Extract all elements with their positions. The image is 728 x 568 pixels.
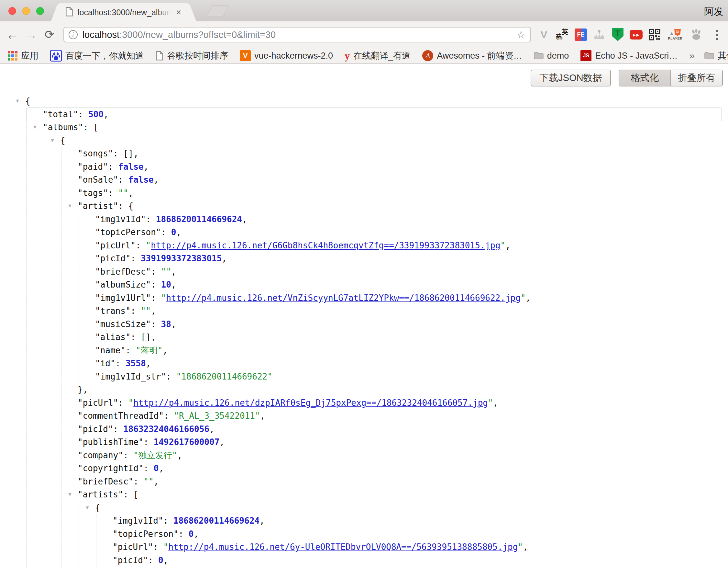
json-token: "topicPerson" bbox=[95, 227, 161, 237]
new-tab-button[interactable] bbox=[206, 5, 229, 17]
bookmark-label: 在线翻译_有道 bbox=[353, 50, 411, 61]
paw-icon[interactable] bbox=[689, 28, 702, 42]
collapse-toggle-icon[interactable]: ▼ bbox=[13, 95, 22, 108]
json-url-link[interactable]: http://p4.music.126.net/6y-UleORITEDbvrO… bbox=[168, 542, 518, 552]
json-token: , bbox=[104, 109, 109, 119]
json-line: ▼{ bbox=[79, 501, 722, 515]
fe-extension-icon[interactable]: FE bbox=[574, 28, 587, 42]
close-window-button[interactable] bbox=[8, 7, 16, 15]
json-token: "" bbox=[141, 306, 151, 316]
json-token: "tags" bbox=[78, 188, 108, 198]
page-content: 下载JSON数据 格式化 折叠所有 ▼{"total": 500,▼"album… bbox=[0, 64, 728, 568]
other-bookmarks[interactable]: 其他书签 bbox=[704, 50, 728, 61]
json-token: , bbox=[163, 555, 169, 565]
bookmark-baidu[interactable]: 百度一下，你就知道 bbox=[50, 50, 144, 61]
zoom-window-button[interactable] bbox=[36, 7, 44, 15]
json-token: : bbox=[116, 359, 126, 368]
json-token: "18686200114669622" bbox=[176, 372, 272, 382]
collapse-all-button[interactable]: 折叠所有 bbox=[671, 70, 722, 86]
extensions-area: V 英 ⇄ en FE T ►► 5 PLAYER ⋮ bbox=[537, 28, 723, 42]
bookmarks-overflow-icon[interactable]: » bbox=[689, 50, 695, 61]
json-token: "蒋明" bbox=[136, 346, 162, 355]
json-token: "" bbox=[144, 477, 154, 486]
json-url-link[interactable]: http://p4.music.126.net/VnZiScyynLG7atLI… bbox=[166, 293, 521, 303]
json-token: 1492617600007 bbox=[154, 437, 220, 447]
json-token: "img1v1Id_str" bbox=[95, 372, 166, 382]
json-line: "picUrl": "http://p4.music.126.net/dzpIA… bbox=[61, 396, 722, 410]
bookmark-google-sort[interactable]: 谷歌按时间排序 bbox=[156, 50, 228, 61]
json-token: "picId" bbox=[78, 424, 113, 434]
profile-name[interactable]: 阿发 bbox=[704, 5, 723, 18]
json-token: "R_AL_3_35422011" bbox=[174, 411, 260, 421]
youdao-icon: y bbox=[345, 50, 350, 62]
qr-code-icon[interactable] bbox=[648, 28, 661, 42]
json-token: 500 bbox=[88, 109, 104, 119]
json-children: "songs": [],"paid": false,"onSale": fals… bbox=[61, 147, 722, 567]
json-token: " bbox=[128, 398, 134, 408]
forward-icon: → bbox=[24, 28, 38, 42]
format-button[interactable]: 格式化 bbox=[619, 70, 671, 86]
json-token: : bbox=[151, 319, 161, 329]
url-text[interactable]: localhost:3000/new_albums?offset=0&limit… bbox=[83, 29, 517, 40]
json-token: : bbox=[151, 293, 161, 303]
json-url-link[interactable]: http://p4.music.126.net/dzpIARf0sEg_Dj75… bbox=[133, 398, 488, 408]
json-token: " bbox=[488, 398, 493, 408]
bookmark-star-icon[interactable]: ☆ bbox=[516, 28, 526, 41]
json-token: : bbox=[78, 109, 88, 119]
bookmark-vue-hackernews[interactable]: V vue-hackernews-2.0 bbox=[240, 50, 333, 61]
bookmark-label: Awesomes - 前端资… bbox=[437, 50, 522, 61]
json-token: false bbox=[118, 162, 143, 172]
minimize-window-button[interactable] bbox=[22, 7, 30, 15]
vue-devtools-icon[interactable]: V bbox=[537, 28, 550, 42]
json-token: "独立发行" bbox=[133, 451, 177, 460]
json-line: "img1v1Id_str": "18686200114669622" bbox=[79, 370, 722, 384]
translate-icon[interactable]: 英 ⇄ en bbox=[556, 28, 569, 42]
json-token: "id" bbox=[95, 359, 116, 368]
collapse-toggle-icon[interactable]: ▼ bbox=[31, 121, 39, 134]
json-token: 0 bbox=[154, 463, 159, 473]
json-token: { bbox=[60, 136, 65, 145]
collapse-toggle-icon[interactable]: ▼ bbox=[48, 134, 57, 147]
view-mode-segmented-control: 格式化 折叠所有 bbox=[619, 70, 723, 86]
json-token: , bbox=[177, 451, 182, 460]
json-token: : bbox=[148, 555, 158, 565]
sitemap-icon[interactable] bbox=[593, 28, 606, 42]
json-token: 18632324046166056 bbox=[123, 424, 209, 434]
html5-player-icon[interactable]: 5 PLAYER bbox=[667, 28, 684, 42]
json-token: "paid" bbox=[78, 162, 108, 172]
refresh-icon[interactable]: ⟳ bbox=[42, 28, 57, 41]
collapse-toggle-icon[interactable]: ▼ bbox=[83, 501, 92, 515]
json-token: : [ bbox=[83, 122, 98, 132]
tab-close-icon[interactable]: × bbox=[176, 8, 181, 17]
bookmark-label: 应用 bbox=[21, 50, 39, 61]
baidu-paw-icon bbox=[50, 50, 62, 61]
json-token: "commentThreadId" bbox=[78, 411, 164, 421]
json-token: "img1v1Url" bbox=[95, 293, 151, 303]
collapse-toggle-icon[interactable]: ▼ bbox=[66, 199, 74, 213]
json-token: " bbox=[161, 293, 166, 303]
bookmark-label: vue-hackernews-2.0 bbox=[254, 51, 333, 61]
browser-tab[interactable]: localhost:3000/new_albums?o × bbox=[60, 3, 187, 21]
collapse-toggle-icon[interactable]: ▼ bbox=[66, 488, 74, 501]
json-token: { bbox=[25, 96, 30, 106]
json-token: "img1v1Id" bbox=[113, 516, 163, 526]
tampermonkey-icon[interactable]: T bbox=[611, 28, 624, 42]
bookmark-awesomes[interactable]: A Awesomes - 前端资… bbox=[422, 50, 522, 61]
bookmark-apps[interactable]: 应用 bbox=[8, 50, 39, 61]
json-url-link[interactable]: http://p4.music.126.net/G6Gb8hsCk4h8oemc… bbox=[151, 240, 500, 250]
address-bar[interactable]: i localhost:3000/new_albums?offset=0&lim… bbox=[63, 27, 531, 42]
site-info-icon[interactable]: i bbox=[69, 30, 78, 39]
back-icon[interactable]: ← bbox=[5, 28, 20, 42]
bookmark-youdao[interactable]: y 在线翻译_有道 bbox=[345, 50, 411, 62]
bookmark-echojs[interactable]: JS Echo JS - JavaScri… bbox=[580, 50, 678, 61]
json-token: : bbox=[118, 175, 128, 184]
json-token: : [], bbox=[131, 332, 156, 342]
fast-forward-icon[interactable]: ►► bbox=[630, 28, 643, 42]
bookmark-demo-folder[interactable]: demo bbox=[534, 51, 569, 61]
json-token: "" bbox=[161, 267, 171, 276]
json-token: : bbox=[146, 214, 156, 224]
json-token: 3391993372383015 bbox=[141, 253, 222, 263]
download-json-button[interactable]: 下载JSON数据 bbox=[531, 70, 611, 86]
chrome-menu-icon[interactable]: ⋮ bbox=[711, 28, 723, 41]
json-token: , bbox=[493, 398, 498, 408]
